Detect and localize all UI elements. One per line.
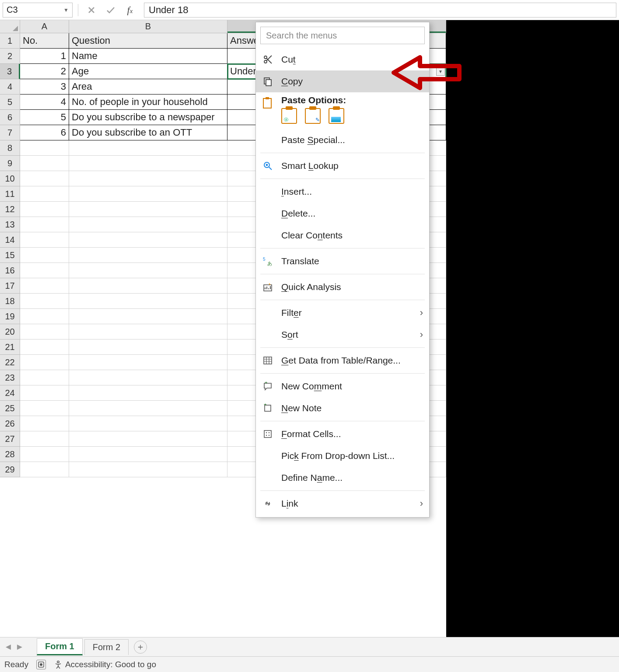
ctx-filter[interactable]: Filter› xyxy=(256,302,429,324)
ctx-insert[interactable]: Insert... xyxy=(256,181,429,203)
cell[interactable]: Question xyxy=(69,33,227,49)
accessibility-status[interactable]: Accessibility: Good to go xyxy=(54,660,156,669)
cell[interactable] xyxy=(69,217,227,232)
ctx-format-cells[interactable]: Format Cells... xyxy=(256,423,429,445)
cell[interactable] xyxy=(20,171,69,186)
cell[interactable]: 2 xyxy=(20,64,69,79)
row-header[interactable]: 19 xyxy=(0,309,20,324)
ctx-delete[interactable]: Delete... xyxy=(256,203,429,224)
row-header[interactable]: 21 xyxy=(0,340,20,355)
cell[interactable] xyxy=(20,248,69,263)
row-header[interactable]: 17 xyxy=(0,278,20,294)
row-header[interactable]: 28 xyxy=(0,447,20,462)
row-header[interactable]: 29 xyxy=(0,462,20,477)
cell[interactable]: Name xyxy=(69,49,227,64)
cell[interactable]: 3 xyxy=(20,79,69,94)
cell[interactable]: 5 xyxy=(20,110,69,125)
cell[interactable] xyxy=(69,232,227,248)
cell[interactable] xyxy=(69,156,227,171)
row-header[interactable]: 24 xyxy=(0,385,20,401)
row-header[interactable]: 15 xyxy=(0,248,20,263)
cell[interactable]: Area xyxy=(69,79,227,94)
row-header[interactable]: 1 xyxy=(0,33,20,49)
cell[interactable]: Do you subscribe to an OTT xyxy=(69,125,227,140)
cell[interactable]: 1 xyxy=(20,49,69,64)
cell[interactable]: Age xyxy=(69,64,227,79)
row-header[interactable]: 22 xyxy=(0,355,20,370)
cell[interactable]: No. of people in your household xyxy=(69,94,227,110)
cell[interactable] xyxy=(69,202,227,217)
cell[interactable] xyxy=(20,370,69,385)
cell[interactable] xyxy=(20,401,69,416)
row-header[interactable]: 20 xyxy=(0,324,20,340)
sheet-tab-inactive[interactable]: Form 2 xyxy=(84,639,129,655)
column-header-B[interactable]: B xyxy=(69,20,227,33)
row-header[interactable]: 9 xyxy=(0,156,20,171)
row-header[interactable]: 11 xyxy=(0,186,20,202)
cell[interactable] xyxy=(69,447,227,462)
row-header[interactable]: 23 xyxy=(0,370,20,385)
row-header[interactable]: 27 xyxy=(0,431,20,447)
paste-option-formulas[interactable]: ✎ xyxy=(305,108,321,124)
cell[interactable] xyxy=(69,294,227,309)
cell[interactable] xyxy=(20,232,69,248)
row-header[interactable]: 16 xyxy=(0,263,20,278)
cell[interactable] xyxy=(69,355,227,370)
cell[interactable] xyxy=(69,324,227,340)
cell[interactable] xyxy=(69,401,227,416)
ctx-sort[interactable]: Sort› xyxy=(256,324,429,346)
name-box[interactable]: C3 ▼ xyxy=(3,3,73,18)
ctx-new-comment[interactable]: + New Comment xyxy=(256,375,429,397)
cell[interactable] xyxy=(20,385,69,401)
cell[interactable] xyxy=(20,324,69,340)
cell[interactable]: No. xyxy=(20,33,69,49)
row-header[interactable]: 12 xyxy=(0,202,20,217)
cell[interactable] xyxy=(20,340,69,355)
cell[interactable] xyxy=(69,340,227,355)
ctx-new-note[interactable]: + New Note xyxy=(256,397,429,419)
cell[interactable] xyxy=(20,416,69,431)
ctx-link[interactable]: Link › xyxy=(256,493,429,514)
cell[interactable] xyxy=(69,309,227,324)
cell[interactable]: 4 xyxy=(20,94,69,110)
cell[interactable] xyxy=(20,140,69,156)
cell[interactable] xyxy=(20,462,69,477)
add-sheet-button[interactable]: ＋ xyxy=(134,640,147,654)
row-header[interactable]: 4 xyxy=(0,79,20,94)
cell[interactable] xyxy=(69,186,227,202)
cell[interactable] xyxy=(69,385,227,401)
column-header-A[interactable]: A xyxy=(20,20,69,33)
row-header[interactable]: 5 xyxy=(0,94,20,110)
cell[interactable] xyxy=(69,171,227,186)
cell[interactable] xyxy=(20,431,69,447)
ctx-pick-list[interactable]: Pick From Drop-down List... xyxy=(256,445,429,467)
ctx-define-name[interactable]: Define Name... xyxy=(256,467,429,489)
row-header[interactable]: 3 xyxy=(0,64,20,79)
cell[interactable] xyxy=(20,309,69,324)
select-all-corner[interactable] xyxy=(0,20,20,33)
sheet-nav-prev[interactable]: ◄ xyxy=(3,642,13,652)
row-header[interactable]: 14 xyxy=(0,232,20,248)
paste-option-picture[interactable] xyxy=(329,108,344,124)
row-header[interactable]: 2 xyxy=(0,49,20,64)
cell[interactable] xyxy=(20,186,69,202)
cell[interactable] xyxy=(20,355,69,370)
cell[interactable]: 6 xyxy=(20,125,69,140)
row-header[interactable]: 26 xyxy=(0,416,20,431)
cell[interactable] xyxy=(20,156,69,171)
cell[interactable] xyxy=(69,278,227,294)
context-menu-search[interactable]: Search the menus xyxy=(260,27,425,44)
macro-record-icon[interactable] xyxy=(36,660,46,669)
ctx-quick-analysis[interactable]: Quick Analysis xyxy=(256,276,429,298)
cell[interactable] xyxy=(20,294,69,309)
row-header[interactable]: 7 xyxy=(0,125,20,140)
row-header[interactable]: 25 xyxy=(0,401,20,416)
ctx-clear-contents[interactable]: Clear Contents xyxy=(256,224,429,246)
sheet-tab-active[interactable]: Form 1 xyxy=(37,638,83,655)
row-header[interactable]: 8 xyxy=(0,140,20,156)
sheet-nav-next[interactable]: ► xyxy=(15,642,24,652)
row-header[interactable]: 6 xyxy=(0,110,20,125)
cell[interactable] xyxy=(69,462,227,477)
ctx-translate[interactable]: 5あ Translate xyxy=(256,250,429,272)
paste-option-values[interactable]: ⓐ xyxy=(281,108,297,124)
